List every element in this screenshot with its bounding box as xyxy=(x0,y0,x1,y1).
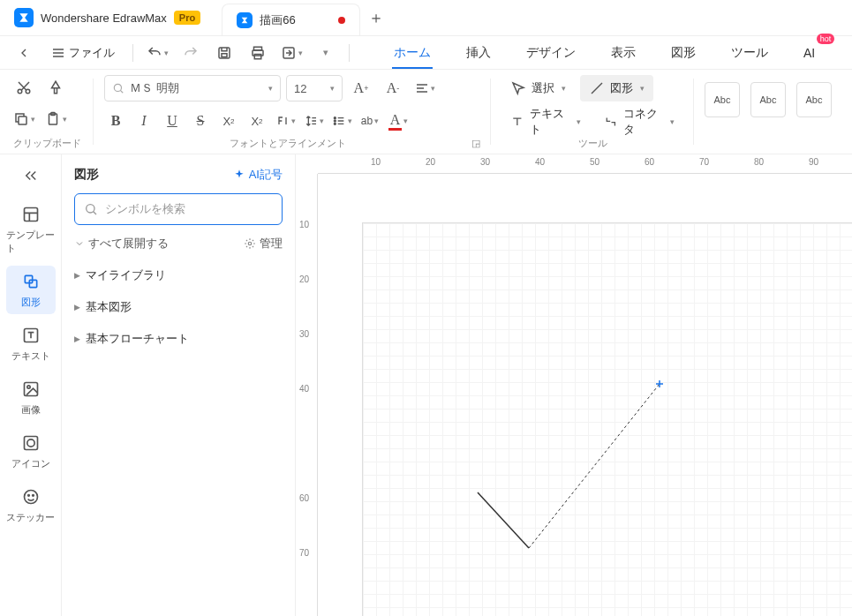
svg-point-20 xyxy=(26,386,29,388)
svg-point-6 xyxy=(18,89,22,94)
svg-line-29 xyxy=(529,384,660,548)
app-title: Wondershare EdrawMax xyxy=(41,11,167,25)
ai-symbols-button[interactable]: AI記号 xyxy=(233,167,283,183)
line-spacing-icon[interactable]: ▾ xyxy=(302,109,325,133)
connector-tool[interactable]: コネクタ▾ xyxy=(595,109,683,135)
bullets-icon[interactable]: ▾ xyxy=(330,109,353,133)
text-tool[interactable]: テキスト▾ xyxy=(501,109,590,135)
templates-icon xyxy=(20,204,41,225)
tab-document[interactable]: 描画66 xyxy=(222,4,359,35)
more-quick-button[interactable]: ▾ xyxy=(310,39,340,67)
style-preset-3[interactable]: Abc xyxy=(796,82,832,117)
menutab-home[interactable]: ホーム xyxy=(394,37,431,69)
file-menu[interactable]: ファイル xyxy=(42,39,124,67)
textbox-icon[interactable]: ab▾ xyxy=(358,109,381,133)
font-family-select[interactable]: ＭＳ 明朝 ▾ xyxy=(104,75,281,101)
rail-text[interactable]: テキスト xyxy=(6,319,56,368)
pro-badge: Pro xyxy=(174,11,200,25)
collapse-rail-button[interactable] xyxy=(6,162,56,190)
expand-all-button[interactable]: すべて展開する xyxy=(74,236,169,252)
superscript-icon[interactable]: X2 xyxy=(217,109,240,133)
svg-point-24 xyxy=(27,495,29,497)
style-preset-1[interactable]: Abc xyxy=(705,82,740,117)
tree-node-mylib[interactable]: ▶マイライブラリ xyxy=(74,267,283,283)
menutab-shape[interactable]: 図形 xyxy=(671,37,696,69)
bold-icon[interactable]: B xyxy=(104,109,127,133)
tab-home[interactable]: Wondershare EdrawMax Pro xyxy=(0,0,215,35)
manage-button[interactable]: 管理 xyxy=(244,236,283,252)
svg-rect-15 xyxy=(24,208,37,222)
paste-icon[interactable]: ▾ xyxy=(42,107,69,131)
svg-rect-19 xyxy=(24,383,37,396)
underline-icon[interactable]: U xyxy=(161,109,184,133)
page[interactable] xyxy=(362,222,852,616)
canvas[interactable] xyxy=(318,174,852,616)
rail-shapes[interactable]: 図形 xyxy=(6,266,56,314)
svg-point-22 xyxy=(26,439,34,447)
font-color-icon[interactable]: A▾ xyxy=(387,109,410,133)
redo-button[interactable] xyxy=(176,39,206,67)
undo-button[interactable]: ▾ xyxy=(142,39,172,67)
subscript-icon[interactable]: X2 xyxy=(245,109,268,133)
svg-point-25 xyxy=(32,495,34,497)
copy-icon[interactable]: ▾ xyxy=(11,107,37,131)
panel-title: 図形 xyxy=(74,167,99,183)
back-button[interactable] xyxy=(9,39,39,67)
dialog-launcher-icon[interactable]: ◲ xyxy=(471,138,480,149)
rail-stickers[interactable]: ステッカー xyxy=(6,481,56,530)
title-bar: Wondershare EdrawMax Pro 描画66 ＋ xyxy=(0,0,852,36)
font-size-select[interactable]: 12 ▾ xyxy=(286,75,343,101)
doc-icon xyxy=(237,12,253,28)
file-label: ファイル xyxy=(69,45,115,61)
image-icon xyxy=(20,379,41,400)
shape-tool[interactable]: 図形▾ xyxy=(580,75,653,101)
strike-icon[interactable]: S xyxy=(189,109,212,133)
rail-templates[interactable]: テンプレート xyxy=(6,199,56,260)
menutab-ai[interactable]: AIhot xyxy=(803,37,815,69)
unsaved-dot-icon xyxy=(338,17,345,24)
svg-line-28 xyxy=(478,492,529,548)
rail-icons[interactable]: アイコン xyxy=(6,427,56,476)
select-tool[interactable]: 選択▾ xyxy=(501,75,575,101)
search-placeholder: シンボルを検索 xyxy=(105,201,185,217)
icons-icon xyxy=(20,432,41,454)
text-case-icon[interactable]: ▾ xyxy=(274,109,297,133)
group-label-font: フォントとアラインメント xyxy=(104,137,471,150)
left-rail: テンプレート 図形 テキスト 画像 アイコン ステッカー xyxy=(0,154,62,616)
print-button[interactable] xyxy=(243,39,273,67)
symbol-search-input[interactable]: シンボルを検索 xyxy=(74,193,283,225)
export-button[interactable]: ▾ xyxy=(276,39,306,67)
new-tab-button[interactable]: ＋ xyxy=(360,0,392,35)
italic-icon[interactable]: I xyxy=(132,109,155,133)
svg-point-13 xyxy=(334,120,336,122)
canvas-area: 10 20 30 40 50 60 70 80 90 10 20 30 40 6… xyxy=(296,154,852,616)
svg-point-12 xyxy=(334,117,336,119)
menu-tabs: ホーム 挿入 デザイン 表示 図形 ツール AIhot xyxy=(394,37,815,69)
tree-node-basic-flowchart[interactable]: ▶基本フローチャート xyxy=(74,331,283,347)
rail-images[interactable]: 画像 xyxy=(6,373,56,422)
style-preset-2[interactable]: Abc xyxy=(750,82,786,117)
group-label-clipboard: クリップボード xyxy=(11,137,83,150)
svg-rect-1 xyxy=(222,53,227,56)
menutab-tool[interactable]: ツール xyxy=(731,37,768,69)
menutab-view[interactable]: 表示 xyxy=(611,37,636,69)
shrink-font-icon[interactable]: A- xyxy=(380,76,406,101)
text-rail-icon xyxy=(20,325,41,346)
svg-point-7 xyxy=(26,89,30,94)
menutab-insert[interactable]: 挿入 xyxy=(466,37,491,69)
svg-rect-21 xyxy=(24,437,37,450)
format-painter-icon[interactable] xyxy=(42,75,69,100)
svg-rect-8 xyxy=(19,116,26,124)
drawn-lines xyxy=(363,223,852,616)
body: テンプレート 図形 テキスト 画像 アイコン ステッカー 図形 AI記号 シンボ… xyxy=(0,154,852,616)
align-icon[interactable]: ▾ xyxy=(411,76,438,101)
svg-point-26 xyxy=(87,205,94,213)
ruler-vertical: 10 20 30 40 60 70 xyxy=(296,174,318,616)
menutab-design[interactable]: デザイン xyxy=(526,37,576,69)
shape-tree: ▶マイライブラリ ▶基本図形 ▶基本フローチャート xyxy=(74,267,283,347)
cut-icon[interactable] xyxy=(11,75,37,100)
save-button[interactable] xyxy=(209,39,239,67)
tree-node-basic-shapes[interactable]: ▶基本図形 xyxy=(74,299,283,315)
hot-badge: hot xyxy=(817,34,835,44)
grow-font-icon[interactable]: A+ xyxy=(348,76,374,101)
